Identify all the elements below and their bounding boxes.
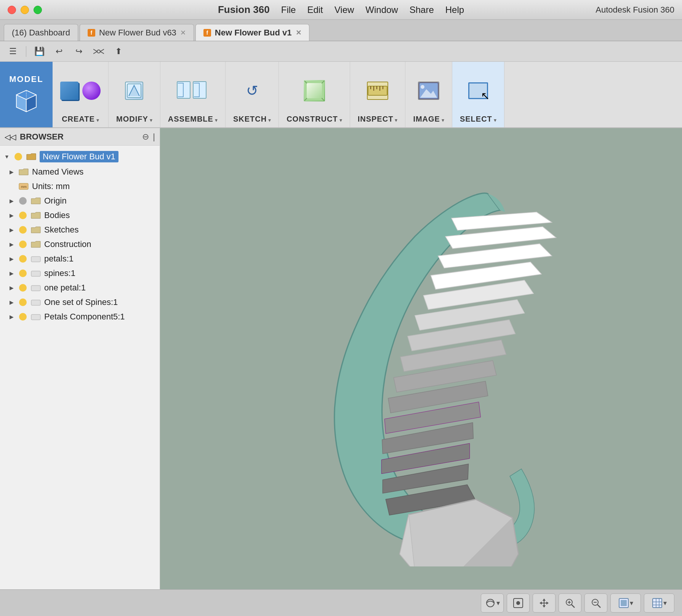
tree-petals[interactable]: ▶ petals:1 <box>0 252 160 266</box>
construction-eye[interactable] <box>18 240 27 249</box>
create-sphere-icon <box>82 82 101 100</box>
inspect-icons <box>367 66 388 115</box>
ribbon-modify[interactable]: MODIFY ▾ <box>109 62 160 127</box>
ribbon-construct[interactable]: CONSTRUCT ▾ <box>279 62 350 127</box>
svg-rect-65 <box>621 600 627 606</box>
construction-label: Construction <box>44 239 91 249</box>
network-button[interactable] <box>92 45 106 58</box>
tree-petals-comp5[interactable]: ▶ Petals Component5:1 <box>0 310 160 324</box>
sketches-eye[interactable] <box>18 225 27 234</box>
orbit-button[interactable]: ▾ <box>481 594 504 613</box>
menu-window[interactable]: Window <box>365 5 398 15</box>
menu-share[interactable]: Share <box>410 5 434 15</box>
bodies-label: Bodies <box>44 210 70 220</box>
root-eye[interactable] <box>14 152 23 161</box>
pan-button[interactable] <box>533 594 556 613</box>
origin-arrow[interactable]: ▶ <box>8 197 15 205</box>
construct-icon <box>304 80 325 101</box>
svg-rect-13 <box>177 82 190 98</box>
grid-dropdown-arrow[interactable]: ▾ <box>663 599 667 607</box>
zoom-in-button[interactable] <box>559 594 581 613</box>
share-button[interactable]: ⬆ <box>112 45 125 58</box>
root-arrow-icon[interactable]: ▼ <box>3 153 11 160</box>
display-mode-button[interactable]: ▾ <box>610 594 641 613</box>
svg-rect-16 <box>307 84 321 98</box>
image-label-row: IMAGE ▾ <box>413 115 444 125</box>
toolbar: ☰ 💾 ↩ ↪ ⬆ <box>0 41 682 62</box>
one-petal-eye[interactable] <box>18 283 27 292</box>
tree-root[interactable]: ▼ New Flower Bud v1 <box>0 149 160 165</box>
look-at-button[interactable] <box>507 594 530 613</box>
create-arrow: ▾ <box>96 117 99 123</box>
tree-one-set-spines[interactable]: ▶ One set of Spines:1 <box>0 295 160 310</box>
one-set-spines-arrow[interactable]: ▶ <box>8 298 15 306</box>
modify-arrow: ▾ <box>150 117 152 123</box>
one-set-spines-eye[interactable] <box>18 298 27 307</box>
menu-edit[interactable]: Edit <box>307 5 323 15</box>
tree-named-views[interactable]: ▶ Named Views <box>0 165 160 179</box>
bodies-folder-icon <box>30 211 41 220</box>
petals-comp5-arrow[interactable]: ▶ <box>8 313 15 321</box>
ribbon-image[interactable]: IMAGE ▾ <box>405 62 452 127</box>
display-dropdown-arrow[interactable]: ▾ <box>630 599 633 607</box>
browser-options-button[interactable]: ⊖ <box>142 132 149 142</box>
browser-collapse-left[interactable]: ◁◁ <box>5 132 16 141</box>
ribbon-inspect[interactable]: INSPECT ▾ <box>350 62 406 127</box>
create-box-icon <box>60 82 78 100</box>
ribbon-create[interactable]: CREATE ▾ <box>53 62 109 127</box>
maximize-button[interactable] <box>34 6 42 14</box>
svg-rect-66 <box>653 598 662 608</box>
menu-file[interactable]: File <box>281 5 296 15</box>
ribbon-model-section[interactable]: MODEL <box>0 62 53 127</box>
tree-bodies[interactable]: ▶ Bodies <box>0 208 160 223</box>
viewport[interactable] <box>160 128 682 589</box>
save-button[interactable]: 💾 <box>32 45 46 58</box>
units-icon: mm <box>18 182 29 191</box>
one-set-spines-eye-icon <box>19 298 27 306</box>
petals-label: petals:1 <box>44 254 74 264</box>
hamburger-menu-button[interactable]: ☰ <box>6 45 20 58</box>
browser-pin-button[interactable]: | <box>153 132 155 142</box>
root-folder-icon <box>26 152 37 161</box>
tab-v63[interactable]: f New Flower Bud v63 ✕ <box>80 24 194 41</box>
browser-panel: ◁◁ BROWSER ⊖ | ▼ New Flower Bud v1 ▶ <box>0 128 160 589</box>
tree-one-petal[interactable]: ▶ one petal:1 <box>0 281 160 295</box>
undo-button[interactable]: ↩ <box>52 45 66 58</box>
grid-display-button[interactable]: ▾ <box>644 594 674 613</box>
minimize-button[interactable] <box>21 6 29 14</box>
create-label: CREATE <box>62 115 95 124</box>
tab-v1-close[interactable]: ✕ <box>296 29 301 37</box>
tree-sketches[interactable]: ▶ Sketches <box>0 223 160 237</box>
bodies-eye[interactable] <box>18 211 27 220</box>
tree-origin[interactable]: ▶ Origin <box>0 194 160 208</box>
construction-arrow[interactable]: ▶ <box>8 241 15 248</box>
petals-eye[interactable] <box>18 254 27 263</box>
bodies-arrow[interactable]: ▶ <box>8 212 15 219</box>
ribbon-assemble[interactable]: ASSEMBLE ▾ <box>160 62 226 127</box>
spines-arrow[interactable]: ▶ <box>8 270 15 277</box>
tab-v63-close[interactable]: ✕ <box>180 29 186 37</box>
menu-view[interactable]: View <box>335 5 354 15</box>
orbit-dropdown-arrow[interactable]: ▾ <box>496 599 500 607</box>
redo-button[interactable]: ↪ <box>72 45 86 58</box>
ribbon-select[interactable]: ↖ SELECT ▾ <box>452 62 504 127</box>
sketch-label: SKETCH <box>233 115 267 124</box>
tree-units[interactable]: ▶ mm Units: mm <box>0 179 160 194</box>
menu-help[interactable]: Help <box>445 5 464 15</box>
petals-arrow[interactable]: ▶ <box>8 255 15 263</box>
petals-comp5-eye[interactable] <box>18 312 27 321</box>
one-petal-arrow[interactable]: ▶ <box>8 284 15 292</box>
ribbon-sketch[interactable]: ↺ SKETCH ▾ <box>226 62 279 127</box>
named-views-arrow[interactable]: ▶ <box>8 168 15 176</box>
sketches-label: Sketches <box>44 225 79 235</box>
sketches-arrow[interactable]: ▶ <box>8 226 15 234</box>
origin-eye[interactable] <box>18 196 27 205</box>
tree-spines[interactable]: ▶ spines:1 <box>0 266 160 281</box>
close-button[interactable] <box>8 6 16 14</box>
zoom-out-button[interactable] <box>584 594 607 613</box>
tree-construction[interactable]: ▶ Construction <box>0 237 160 252</box>
tab-v1[interactable]: f New Flower Bud v1 ✕ <box>195 24 309 41</box>
model-label: MODEL <box>9 74 43 84</box>
tab-dashboard[interactable]: (16) Dashboard <box>4 24 78 41</box>
spines-eye[interactable] <box>18 269 27 278</box>
